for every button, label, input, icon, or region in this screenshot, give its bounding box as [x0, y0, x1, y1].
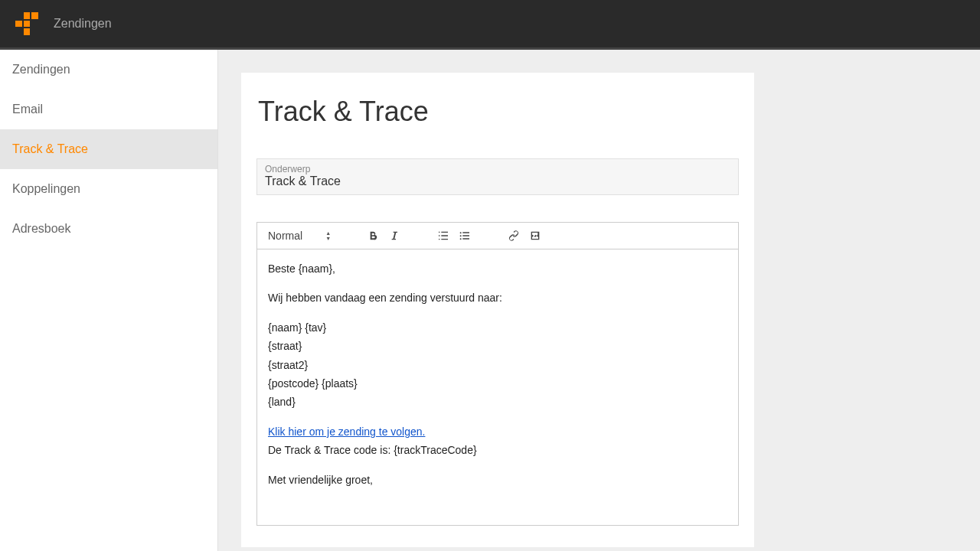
format-select-value: Normal [268, 230, 302, 242]
sidebar-item-label: Email [12, 103, 43, 116]
link-button[interactable] [507, 229, 521, 243]
sidebar-item-label: Koppelingen [12, 182, 80, 195]
editor-line: Met vriendelijke groet, [268, 471, 727, 488]
unordered-list-button[interactable] [458, 229, 472, 243]
bold-button[interactable] [366, 229, 380, 243]
sidebar-item-email[interactable]: Email [0, 90, 217, 129]
track-link[interactable]: Klik hier om je zending te volgen. [268, 425, 425, 438]
editor-line: {postcode} {plaats} [268, 375, 727, 392]
sidebar-item-zendingen[interactable]: Zendingen [0, 50, 217, 90]
sidebar: Zendingen Email Track & Trace Koppelinge… [0, 50, 218, 551]
sidebar-item-label: Adresboek [12, 222, 71, 235]
editor-line: {land} [268, 393, 727, 410]
editor-line: {straat} [268, 337, 727, 354]
italic-button[interactable] [387, 229, 401, 243]
app-logo-icon [15, 12, 38, 35]
page-title: Track & Trace [256, 96, 739, 128]
ordered-list-button[interactable] [436, 229, 450, 243]
chevron-updown-icon: ▲▼ [325, 230, 331, 241]
editor-toolbar: Normal ▲▼ [257, 223, 738, 249]
content-card: Track & Trace Onderwerp Track & Trace No… [241, 73, 754, 547]
editor-line: Beste {naam}, [268, 260, 727, 277]
subject-label: Onderwerp [265, 164, 730, 174]
editor-line: {naam} {tav} [268, 319, 727, 336]
header-title: Zendingen [54, 17, 112, 31]
editor-line: {straat2} [268, 357, 727, 373]
editor-line: De Track & Trace code is: {trackTraceCod… [268, 442, 727, 458]
sidebar-item-track-trace[interactable]: Track & Trace [0, 129, 217, 169]
app-header: Zendingen [0, 0, 980, 50]
subject-value: Track & Trace [265, 174, 730, 188]
sidebar-item-koppelingen[interactable]: Koppelingen [0, 169, 217, 209]
format-select[interactable]: Normal ▲▼ [268, 230, 331, 242]
sidebar-item-label: Track & Trace [12, 142, 88, 155]
main-content: Track & Trace Onderwerp Track & Trace No… [218, 50, 980, 551]
editor-line: Wij hebben vandaag een zending verstuurd… [268, 289, 727, 306]
sidebar-item-adresboek[interactable]: Adresboek [0, 209, 217, 249]
subject-field[interactable]: Onderwerp Track & Trace [256, 158, 739, 195]
editor-body[interactable]: Beste {naam}, Wij hebben vandaag een zen… [257, 249, 738, 525]
rich-text-editor: Normal ▲▼ [256, 222, 739, 526]
sidebar-item-label: Zendingen [12, 63, 70, 76]
image-button[interactable] [528, 229, 542, 243]
